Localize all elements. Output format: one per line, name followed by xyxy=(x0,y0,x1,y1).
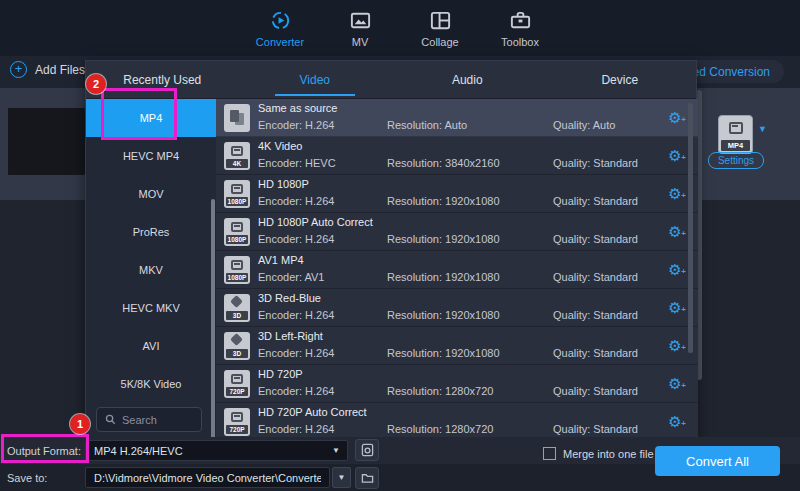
sidebar-format-prores[interactable]: ProRes xyxy=(86,213,216,251)
save-to-value: D:\Vidmore\Vidmore Video Converter\Conve… xyxy=(94,472,321,484)
preset-settings-gear-icon[interactable] xyxy=(666,375,684,393)
preset-encoder: Encoder: H.264 xyxy=(258,119,334,131)
preset-row[interactable]: 1080P AV1 MP4 Encoder: AV1 Resolution: 1… xyxy=(216,251,698,289)
preset-settings-gear-icon[interactable] xyxy=(666,299,684,317)
preset-encoder: Encoder: H.264 xyxy=(258,195,334,207)
preset-format-icon: 720P xyxy=(224,408,250,436)
preset-settings-gear-icon[interactable] xyxy=(666,337,684,355)
pages-icon xyxy=(230,110,239,122)
preset-format-icon: 1080P xyxy=(224,180,250,208)
preset-row[interactable]: 4K 4K Video Encoder: HEVC Resolution: 38… xyxy=(216,137,698,175)
film-icon xyxy=(231,412,243,422)
film-icon xyxy=(231,184,243,194)
sidebar-format-label: 5K/8K Video xyxy=(121,378,182,390)
open-folder-button[interactable] xyxy=(355,467,379,489)
sidebar-format-label: AVI xyxy=(143,340,160,352)
annotation-step-1-badge: 1 xyxy=(70,414,90,434)
preset-settings-gear-icon[interactable] xyxy=(666,109,684,127)
preset-settings-gear-icon[interactable] xyxy=(666,147,684,165)
preset-format-icon: 1080P xyxy=(224,256,250,284)
preset-resolution: Resolution: 3840x2160 xyxy=(387,157,500,169)
search-placeholder: Search xyxy=(122,414,157,426)
preset-format-badge: 720P xyxy=(226,425,248,434)
settings-button[interactable]: Settings xyxy=(708,152,764,169)
preset-resolution: Resolution: 1920x1080 xyxy=(387,271,500,283)
preset-format-icon: 720P xyxy=(224,370,250,398)
preset-row[interactable]: 720P HD 720P Encoder: H.264 Resolution: … xyxy=(216,365,698,403)
tab-device[interactable]: Device xyxy=(544,61,697,98)
sidebar-format-mkv[interactable]: MKV xyxy=(86,251,216,289)
save-to-caret-button[interactable]: ▼ xyxy=(332,467,351,488)
preset-format-badge: 1080P xyxy=(226,273,248,282)
sidebar-scrollbar[interactable] xyxy=(211,199,215,454)
output-format-select[interactable]: MP4 H.264/HEVC ▼ xyxy=(85,440,348,461)
preset-format-badge: 3D xyxy=(226,349,248,358)
tab-audio[interactable]: Audio xyxy=(391,61,544,98)
preset-settings-gear-icon[interactable] xyxy=(666,223,684,241)
preset-name: 4K Video xyxy=(258,140,302,152)
film-icon xyxy=(231,146,243,156)
preset-settings-gear-icon[interactable] xyxy=(666,185,684,203)
preset-encoder: Encoder: H.264 xyxy=(258,233,334,245)
cube-icon xyxy=(230,333,243,346)
format-sidebar: MP4 HEVC MP4 MOV ProRes MKV HEVC MKV AVI… xyxy=(86,99,216,440)
sidebar-format-mov[interactable]: MOV xyxy=(86,175,216,213)
tab-toolbox-label: Toolbox xyxy=(501,36,539,48)
output-format-caret-icon[interactable]: ▼ xyxy=(332,446,340,455)
sidebar-format-label: HEVC MKV xyxy=(122,302,179,314)
cube-icon xyxy=(230,295,243,308)
sidebar-format-hevc-mkv[interactable]: HEVC MKV xyxy=(86,289,216,327)
preset-format-badge: 3D xyxy=(226,311,248,320)
tab-audio-label: Audio xyxy=(452,73,483,87)
checkbox-icon xyxy=(543,447,556,460)
preset-quality: Quality: Standard xyxy=(553,385,638,397)
preset-quality: Quality: Standard xyxy=(553,195,638,207)
preset-list-scrollbar[interactable] xyxy=(688,103,693,353)
preset-row[interactable]: Same as source Encoder: H.264 Resolution… xyxy=(216,99,698,137)
sidebar-format-5k-8k-video[interactable]: 5K/8K Video xyxy=(86,365,216,403)
preset-quality: Quality: Standard xyxy=(553,423,638,435)
merge-label: Merge into one file xyxy=(563,448,654,460)
preset-format-badge: 1080P xyxy=(226,235,248,244)
mv-icon xyxy=(348,9,372,33)
preset-resolution: Resolution: 1280x720 xyxy=(387,423,493,435)
output-format-icon-button[interactable]: MP4 xyxy=(718,115,753,154)
collage-icon xyxy=(428,9,452,33)
preset-format-icon xyxy=(224,104,250,132)
preset-row[interactable]: 1080P HD 1080P Auto Correct Encoder: H.2… xyxy=(216,213,698,251)
output-format-value: MP4 H.264/HEVC xyxy=(94,445,183,457)
preset-row[interactable]: 720P HD 720P Auto Correct Encoder: H.264… xyxy=(216,403,698,440)
preset-quality: Quality: Standard xyxy=(553,157,638,169)
preset-row[interactable]: 3D 3D Red-Blue Encoder: H.264 Resolution… xyxy=(216,289,698,327)
preset-resolution: Resolution: Auto xyxy=(387,119,467,131)
tab-device-label: Device xyxy=(601,73,638,87)
preset-quality: Quality: Standard xyxy=(553,271,638,283)
add-files-label: Add Files xyxy=(35,63,85,77)
preset-settings-gear-icon[interactable] xyxy=(666,261,684,279)
preset-row[interactable]: 1080P HD 1080P Encoder: H.264 Resolution… xyxy=(216,175,698,213)
preset-format-icon: 4K xyxy=(224,142,250,170)
preset-name: HD 1080P xyxy=(258,178,309,190)
sidebar-format-hevc-mp4[interactable]: HEVC MP4 xyxy=(86,137,216,175)
folder-icon xyxy=(361,472,374,484)
tab-video[interactable]: Video xyxy=(239,61,392,98)
preset-format-icon: 3D xyxy=(224,332,250,360)
format-search-input[interactable]: Search xyxy=(96,407,202,432)
tab-mv[interactable]: MV xyxy=(320,9,400,48)
preset-settings-gear-icon[interactable] xyxy=(666,413,684,431)
format-settings-button[interactable] xyxy=(355,439,379,461)
tab-converter[interactable]: Converter xyxy=(240,9,320,48)
preset-row[interactable]: 3D 3D Left-Right Encoder: H.264 Resoluti… xyxy=(216,327,698,365)
format-caret-icon[interactable]: ▼ xyxy=(758,124,767,134)
tab-collage[interactable]: Collage xyxy=(400,9,480,48)
sidebar-format-avi[interactable]: AVI xyxy=(86,327,216,365)
preset-name: HD 1080P Auto Correct xyxy=(258,216,373,228)
preset-name: HD 720P xyxy=(258,368,303,380)
preset-format-icon: 3D xyxy=(224,294,250,322)
preset-format-badge: 720P xyxy=(226,387,248,396)
tab-toolbox[interactable]: Toolbox xyxy=(480,9,560,48)
merge-into-one-file-checkbox[interactable]: Merge into one file xyxy=(543,447,654,460)
preset-format-badge: 4K xyxy=(226,159,248,168)
convert-all-button[interactable]: Convert All xyxy=(655,446,780,476)
save-to-select[interactable]: D:\Vidmore\Vidmore Video Converter\Conve… xyxy=(85,467,330,488)
